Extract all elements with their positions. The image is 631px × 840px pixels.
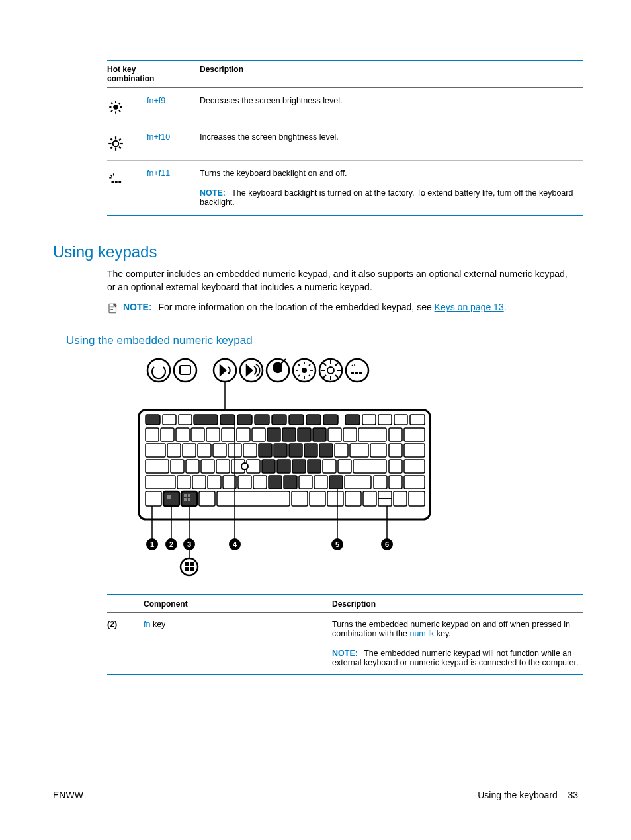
- keyboard-figure: 1 2 3 4 5 6: [132, 354, 437, 587]
- svg-rect-30: [180, 366, 190, 374]
- svg-rect-135: [238, 476, 251, 489]
- svg-rect-66: [194, 415, 218, 425]
- svg-line-42: [309, 375, 310, 376]
- svg-line-53: [323, 375, 326, 378]
- svg-point-29: [174, 359, 196, 382]
- svg-rect-99: [198, 444, 211, 457]
- keyboard-backlight-icon: [107, 171, 124, 189]
- svg-rect-154: [345, 491, 361, 506]
- svg-rect-144: [389, 476, 402, 489]
- svg-rect-77: [394, 415, 407, 425]
- svg-rect-152: [310, 491, 325, 506]
- component-row: (2) fn key Turns the embedded numeric ke…: [107, 613, 583, 674]
- svg-rect-69: [255, 415, 269, 425]
- svg-rect-88: [282, 428, 296, 441]
- svg-rect-109: [350, 444, 368, 457]
- svg-line-41: [298, 364, 300, 366]
- svg-text:6: 6: [385, 540, 389, 548]
- svg-line-16: [110, 147, 112, 149]
- svg-rect-78: [410, 415, 425, 425]
- svg-text:2: 2: [169, 540, 173, 548]
- svg-rect-157: [378, 499, 392, 506]
- svg-rect-111: [389, 444, 402, 457]
- hotkey-header-combo: Hot key combination: [107, 61, 160, 87]
- svg-rect-147: [163, 491, 179, 506]
- svg-rect-100: [213, 444, 226, 457]
- svg-rect-123: [308, 460, 321, 473]
- svg-rect-97: [167, 444, 181, 457]
- svg-rect-81: [176, 428, 189, 441]
- keys-link[interactable]: Keys on page 13: [435, 302, 504, 312]
- svg-rect-115: [186, 460, 199, 473]
- svg-rect-89: [298, 428, 311, 441]
- svg-rect-70: [272, 415, 286, 425]
- svg-rect-142: [345, 476, 371, 489]
- svg-rect-22: [115, 181, 118, 183]
- svg-rect-75: [362, 415, 376, 425]
- svg-rect-107: [319, 444, 333, 457]
- svg-point-9: [113, 141, 119, 147]
- svg-rect-139: [299, 476, 312, 489]
- hotkey-row: fn+f10 Increases the screen brightness l…: [107, 124, 583, 160]
- svg-line-44: [309, 364, 310, 366]
- svg-rect-158: [394, 491, 407, 506]
- svg-rect-150: [217, 491, 290, 506]
- svg-rect-137: [269, 476, 282, 489]
- sub-heading: Using the embedded numeric keypad: [66, 334, 578, 347]
- svg-rect-91: [328, 428, 341, 441]
- svg-rect-67: [220, 415, 235, 425]
- svg-rect-151: [292, 491, 308, 506]
- hotkey-row: fn+f11 Turns the keyboard backlight on a…: [107, 161, 583, 215]
- svg-rect-98: [183, 444, 196, 457]
- svg-rect-132: [192, 476, 206, 489]
- svg-rect-95: [404, 428, 425, 441]
- svg-line-6: [119, 110, 120, 112]
- svg-rect-138: [284, 476, 297, 489]
- svg-rect-105: [289, 444, 302, 457]
- section-heading: Using keypads: [53, 243, 578, 261]
- note-icon: [107, 302, 119, 314]
- svg-rect-159: [409, 491, 425, 506]
- page-footer: ENWW Using the keyboard 33: [53, 790, 578, 800]
- svg-rect-86: [252, 428, 265, 441]
- svg-rect-122: [292, 460, 306, 473]
- svg-rect-146: [146, 491, 161, 506]
- svg-line-5: [111, 103, 112, 104]
- svg-rect-72: [306, 415, 321, 425]
- svg-rect-156: [378, 491, 392, 499]
- svg-rect-155: [363, 491, 376, 506]
- svg-line-56: [352, 365, 353, 366]
- svg-rect-94: [389, 428, 402, 441]
- svg-rect-58: [351, 372, 354, 374]
- svg-rect-188: [190, 567, 194, 571]
- svg-rect-96: [146, 444, 165, 457]
- svg-rect-82: [191, 428, 204, 441]
- svg-rect-79: [146, 428, 159, 441]
- svg-rect-92: [343, 428, 357, 441]
- footer-left: ENWW: [53, 790, 83, 800]
- svg-point-0: [113, 105, 118, 110]
- component-table: Component Description (2) fn key Turns t…: [107, 594, 583, 675]
- page-note: NOTE: For more information on the locati…: [107, 302, 578, 314]
- svg-line-43: [298, 375, 300, 376]
- svg-rect-85: [237, 428, 250, 441]
- svg-line-18: [110, 175, 112, 176]
- svg-rect-116: [201, 460, 214, 473]
- svg-rect-110: [370, 444, 386, 457]
- svg-rect-104: [274, 444, 287, 457]
- svg-point-46: [327, 367, 334, 374]
- svg-rect-126: [353, 460, 386, 473]
- svg-rect-153: [327, 491, 343, 506]
- svg-rect-124: [323, 460, 336, 473]
- svg-rect-65: [179, 415, 192, 425]
- svg-rect-73: [323, 415, 338, 425]
- footer-section: Using the keyboard: [478, 790, 558, 800]
- note-label: NOTE:: [200, 189, 226, 198]
- svg-rect-108: [335, 444, 348, 457]
- svg-rect-120: [262, 460, 275, 473]
- svg-rect-103: [259, 444, 272, 457]
- component-header: Component: [144, 595, 332, 612]
- svg-rect-84: [222, 428, 235, 441]
- svg-point-129: [241, 463, 248, 470]
- svg-rect-145: [404, 476, 425, 489]
